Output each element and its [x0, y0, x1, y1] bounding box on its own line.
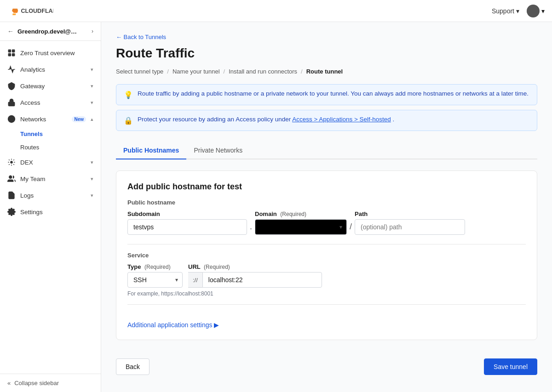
sidebar-item-zero-trust[interactable]: Zero Trust overview [0, 45, 101, 61]
breadcrumb-step-2: Name your tunnel [172, 68, 220, 75]
my-team-chevron-icon: ▾ [91, 176, 93, 182]
sidebar-item-analytics-label: Analytics [20, 66, 86, 73]
dex-icon [7, 158, 16, 166]
breadcrumb-step-4: Route tunnel [306, 68, 343, 75]
sidebar-subitem-tunnels[interactable]: Tunnels [0, 127, 101, 141]
lightbulb-icon: 💡 [124, 91, 133, 99]
sidebar-item-my-team[interactable]: My Team ▾ [0, 170, 101, 187]
save-tunnel-button[interactable]: Save tunnel [484, 358, 537, 375]
url-label: URL (Required) [188, 263, 322, 270]
sidebar: ← Greendrop.devel@g... › Zero Trust over… [0, 22, 101, 392]
tab-public-hostnames[interactable]: Public Hostnames [116, 142, 186, 159]
path-label: Path [355, 210, 465, 217]
network-icon [7, 115, 16, 123]
account-info: ← Greendrop.devel@g... [7, 28, 77, 35]
domain-group: Domain (Required) ▾ [255, 210, 347, 235]
chart-icon [7, 65, 16, 74]
subdomain-group: Subdomain [127, 210, 247, 235]
account-name: Greendrop.devel@g... [17, 28, 77, 35]
breadcrumb-sep-3: / [301, 68, 303, 75]
sidebar-item-access[interactable]: Access ▾ [0, 94, 101, 111]
url-required: (Required) [204, 264, 230, 270]
collapse-sidebar[interactable]: « Collapse sidebar [0, 374, 101, 392]
info-banner-2-content: Protect your resource by adding an Acces… [138, 116, 394, 123]
settings-icon [7, 208, 16, 216]
analytics-chevron-icon: ▾ [91, 67, 93, 73]
domain-select-wrap: ▾ [255, 219, 347, 235]
sidebar-item-dex[interactable]: DEX ▾ [0, 154, 101, 170]
tabs: Public Hostnames Private Networks [116, 142, 537, 159]
type-select[interactable]: SSH HTTP HTTPS TCP UDP RDP [127, 272, 183, 288]
additional-settings-toggle[interactable]: Additional application settings ▶ [127, 321, 219, 329]
sidebar-item-gateway-label: Gateway [20, 83, 86, 90]
svg-point-9 [9, 176, 12, 178]
networks-chevron-icon: ▴ [91, 116, 93, 122]
account-chevron-icon: › [92, 28, 93, 34]
logs-icon [7, 191, 16, 199]
service-section-label: Service [127, 252, 526, 259]
svg-rect-3 [8, 54, 11, 56]
cloudflare-logo-svg: CLOUDFLARE [7, 4, 53, 17]
lock-info-icon: 🔒 [124, 116, 133, 125]
account-selector[interactable]: ← Greendrop.devel@g... › [0, 22, 101, 41]
url-group: URL (Required) :// [188, 263, 322, 288]
routes-label: Routes [20, 144, 39, 151]
divider-2 [127, 304, 526, 305]
additional-settings-label: Additional application settings [127, 321, 212, 329]
breadcrumb-sep-2: / [224, 68, 225, 75]
main-content: ← Back to Tunnels Route Traffic Select t… [101, 22, 552, 392]
back-arrow-icon: ← [7, 28, 14, 35]
hostname-row: Subdomain . Domain (Required) ▾ [127, 210, 526, 235]
type-group: Type (Required) SSH HTTP HTTPS TCP UDP R… [127, 263, 183, 288]
card-title: Add public hostname for test [127, 182, 526, 192]
dot-separator: . [247, 222, 255, 232]
domain-required: (Required) [280, 211, 306, 217]
info-banner-route-traffic: 💡 Route traffic by adding a public hostn… [116, 84, 537, 105]
path-input[interactable] [355, 219, 465, 235]
sidebar-item-my-team-label: My Team [20, 176, 86, 182]
svg-text:CLOUDFLARE: CLOUDFLARE [21, 8, 53, 15]
sidebar-item-settings[interactable]: Settings [0, 204, 101, 220]
grid-icon [7, 49, 16, 57]
sidebar-item-networks-label: Networks [20, 116, 65, 123]
url-input[interactable] [202, 272, 322, 288]
team-icon [7, 175, 16, 183]
sidebar-subitem-routes[interactable]: Routes [0, 141, 101, 154]
tab-private-networks[interactable]: Private Networks [186, 142, 250, 159]
sidebar-item-zero-trust-label: Zero Trust overview [20, 50, 93, 57]
slash-separator: / [347, 222, 355, 232]
service-row: Type (Required) SSH HTTP HTTPS TCP UDP R… [127, 263, 526, 288]
url-input-wrap: :// [188, 272, 322, 288]
gateway-chevron-icon: ▾ [91, 83, 93, 89]
user-chevron: ▾ [541, 7, 545, 15]
logo: CLOUDFLARE [7, 4, 53, 17]
hostname-section-label: Public hostname [127, 199, 526, 206]
info-banner-1-text: Route traffic by adding a public hostnam… [138, 90, 529, 97]
svg-rect-5 [8, 102, 15, 106]
access-applications-link[interactable]: Access > Applications > Self-hosted [292, 116, 391, 123]
info-banner-2-suffix: . [393, 116, 395, 123]
user-menu[interactable]: ▾ [527, 5, 545, 17]
type-label: Type (Required) [127, 263, 183, 270]
type-required: (Required) [144, 264, 171, 270]
domain-select[interactable] [255, 219, 347, 235]
type-select-wrap: SSH HTTP HTTPS TCP UDP RDP ▾ [127, 272, 183, 288]
support-menu[interactable]: Support ▾ [492, 7, 519, 15]
divider-1 [127, 244, 526, 244]
back-to-tunnels-link[interactable]: ← Back to Tunnels [116, 34, 166, 40]
sidebar-item-networks[interactable]: Networks New ▴ [0, 111, 101, 127]
sidebar-item-logs-label: Logs [20, 192, 86, 199]
tunnels-label: Tunnels [20, 131, 43, 137]
sidebar-item-gateway[interactable]: Gateway ▾ [0, 78, 101, 94]
sidebar-nav: Zero Trust overview Analytics ▾ [0, 41, 101, 374]
lock-icon [7, 98, 16, 107]
subdomain-input[interactable] [127, 219, 247, 235]
access-chevron-icon: ▾ [91, 100, 93, 106]
back-button[interactable]: Back [116, 358, 150, 375]
support-chevron: ▾ [516, 7, 519, 15]
collapse-label: Collapse sidebar [14, 380, 59, 386]
sidebar-item-analytics[interactable]: Analytics ▾ [0, 61, 101, 78]
sidebar-item-logs[interactable]: Logs ▾ [0, 187, 101, 204]
sidebar-item-access-label: Access [20, 99, 86, 106]
app-body: ← Greendrop.devel@g... › Zero Trust over… [0, 22, 552, 392]
